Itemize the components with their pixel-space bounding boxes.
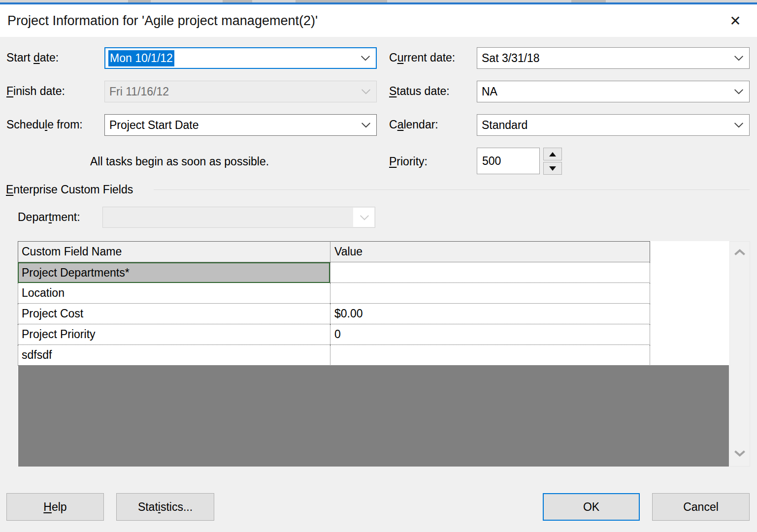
help-button[interactable]: Help <box>6 493 104 521</box>
custom-fields-table: Custom Field Name Value Project Departme… <box>18 241 730 467</box>
chevron-down-icon[interactable] <box>734 55 744 61</box>
finish-date-combobox: Fri 11/16/12 <box>104 81 377 102</box>
table-cell-name[interactable]: Project Departments* <box>18 262 330 283</box>
table-cell-value[interactable] <box>330 283 650 304</box>
table-row: Project Priority 0 <box>18 324 650 345</box>
chevron-down-icon <box>361 89 371 94</box>
scroll-down-button[interactable] <box>730 444 750 464</box>
priority-label: Priority: <box>389 155 428 168</box>
current-date-label: Current date: <box>389 51 455 64</box>
current-date-combobox[interactable]: Sat 3/31/18 <box>477 47 750 69</box>
schedule-from-value: Project Start Date <box>109 119 199 132</box>
table-cell-value[interactable]: $0.00 <box>330 304 650 324</box>
status-date-combobox[interactable]: NA <box>477 81 750 102</box>
priority-spin-down-button[interactable] <box>543 162 562 175</box>
chevron-down-icon[interactable] <box>361 122 371 128</box>
dialog-title: Project Information for 'Agile project m… <box>7 4 318 37</box>
table-vertical-scrollbar[interactable] <box>729 241 750 467</box>
calendar-value: Standard <box>482 119 527 132</box>
spin-down-icon <box>549 166 556 171</box>
calendar-combobox[interactable]: Standard <box>477 114 750 136</box>
priority-spin-up-button[interactable] <box>543 148 562 160</box>
finish-date-label: Finish date: <box>6 85 65 98</box>
table-cell-name[interactable]: sdfsdf <box>18 345 330 366</box>
schedule-from-combobox[interactable]: Project Start Date <box>104 114 377 136</box>
table-cell-name[interactable]: Project Cost <box>18 304 330 324</box>
scroll-up-button[interactable] <box>730 244 750 263</box>
table-cell-name[interactable]: Location <box>18 283 330 304</box>
department-label: Department: <box>18 211 80 224</box>
dialog-titlebar: Project Information for 'Agile project m… <box>0 4 757 37</box>
status-date-label: Status date: <box>389 85 450 98</box>
table-row: sdfsdf <box>18 345 650 366</box>
table-row: Location <box>18 283 650 304</box>
groupbox-line <box>154 189 750 190</box>
project-information-dialog: Project Information for 'Agile project m… <box>0 0 757 532</box>
current-date-value: Sat 3/31/18 <box>482 52 540 65</box>
finish-date-value: Fri 11/16/12 <box>109 85 169 98</box>
spin-up-icon <box>549 152 556 156</box>
status-date-value: NA <box>482 85 497 98</box>
ok-button[interactable]: OK <box>543 493 640 521</box>
department-combobox <box>102 207 375 228</box>
table-cell-value[interactable]: 0 <box>330 324 650 345</box>
table-empty-area <box>18 365 729 467</box>
table-cell-value[interactable] <box>330 262 650 283</box>
start-date-value: Mon 10/1/12 <box>108 50 174 66</box>
table-row: Project Departments* <box>18 262 650 283</box>
cancel-button[interactable]: Cancel <box>652 493 750 521</box>
chevron-down-icon[interactable] <box>734 89 744 94</box>
start-date-combobox[interactable]: Mon 10/1/12 <box>104 47 377 69</box>
table-cell-value[interactable] <box>330 345 650 366</box>
close-icon[interactable]: ✕ <box>725 4 745 37</box>
calendar-label: Calendar: <box>389 118 438 131</box>
table-cell-name[interactable]: Project Priority <box>18 324 330 345</box>
chevron-down-icon[interactable] <box>361 55 370 61</box>
schedule-note: All tasks begin as soon as possible. <box>90 155 269 168</box>
priority-input[interactable] <box>477 148 540 174</box>
enterprise-custom-fields-group-label: Enterprise Custom Fields <box>6 183 133 196</box>
schedule-from-label: Schedule from: <box>6 118 83 131</box>
table-row: Project Cost $0.00 <box>18 304 650 324</box>
column-header-custom-field-name[interactable]: Custom Field Name <box>18 241 330 262</box>
chevron-down-icon <box>360 215 369 220</box>
chevron-down-icon <box>734 450 746 459</box>
start-date-label: Start date: <box>6 51 59 64</box>
statistics-button[interactable]: Statistics... <box>116 493 214 521</box>
column-header-value[interactable]: Value <box>330 241 650 262</box>
chevron-down-icon[interactable] <box>734 122 744 128</box>
chevron-up-icon <box>734 249 746 258</box>
